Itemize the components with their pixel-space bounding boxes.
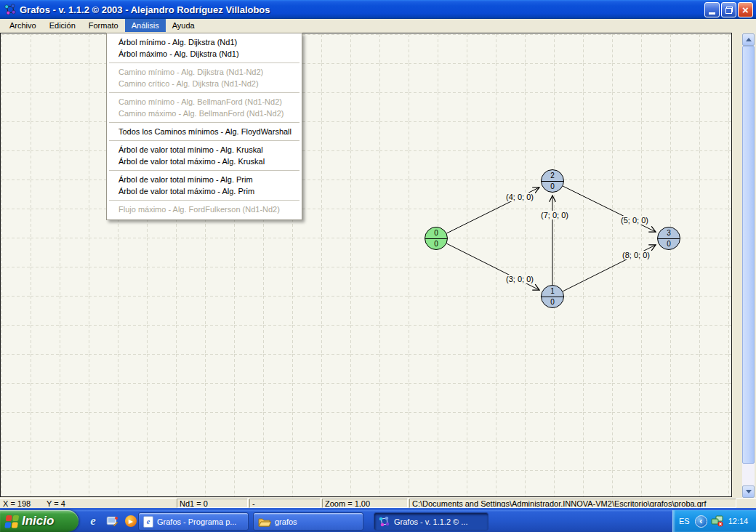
status-y-coordinate: Y = 4: [47, 499, 65, 508]
menu-separator: [109, 170, 299, 171]
system-tray: ES ‹ 12:14: [672, 510, 756, 532]
node-id: 1: [542, 286, 563, 297]
folder-icon: [258, 517, 271, 527]
taskbar-button-label: Grafos - v. 1.1.2 © ...: [394, 517, 467, 526]
language-indicator[interactable]: ES: [679, 517, 690, 525]
menu-separator: [109, 122, 299, 123]
scrollbar-thumb[interactable]: [742, 46, 755, 464]
clock[interactable]: 12:14: [728, 517, 749, 525]
edge-label-2-3: (5; 0; 0): [619, 216, 650, 225]
scroll-down-button[interactable]: [742, 485, 755, 498]
scroll-up-button[interactable]: [742, 33, 755, 46]
menu-separator: [109, 63, 299, 63]
menu-analisis[interactable]: Análisis: [125, 19, 166, 32]
close-icon: ×: [742, 4, 749, 15]
menu-item-camino-maximo-bellmanford: Camino máximo - Alg. BellmanFord (Nd1-Nd…: [108, 108, 301, 119]
node-id: 2: [542, 170, 563, 181]
close-button[interactable]: ×: [738, 2, 753, 17]
taskbar: Inicio e ▶ e Grafos - Programa p...: [0, 510, 756, 532]
arrow-up-icon: [746, 38, 752, 41]
menu-archivo[interactable]: Archivo: [3, 19, 43, 32]
menu-item-arbol-maximo-prim[interactable]: Árbol de valor total máximo - Alg. Prim: [108, 185, 301, 197]
taskbar-button-label: Grafos - Programa p...: [157, 517, 236, 526]
status-nd1: Nd1 = 0: [177, 499, 248, 508]
arrow-down-icon: [746, 490, 752, 493]
grafos-app-icon: [379, 516, 390, 528]
edge-label-0-2: (4; 0; 0): [504, 193, 535, 201]
html-document-icon: e: [143, 516, 153, 528]
grafos-app-icon: [4, 4, 17, 16]
menu-item-todos-caminos-floydwarshall[interactable]: Todos los Caminos mínimos - Alg. FloydWa…: [108, 126, 301, 137]
hide-icons-chevron[interactable]: ‹: [695, 515, 707, 528]
menu-separator: [109, 200, 299, 201]
menu-item-arbol-minimo-dijkstra[interactable]: Árbol mínimo - Alg. Dijkstra (Nd1): [108, 36, 301, 48]
start-button[interactable]: Inicio: [0, 510, 79, 532]
taskbar-button-grafos-app[interactable]: Grafos - v. 1.1.2 © ...: [374, 512, 488, 531]
menu-item-flujo-maximo-fordfulkerson: Flujo máximo - Alg. FordFulkerson (Nd1-N…: [108, 203, 301, 215]
media-player-icon[interactable]: ▶: [124, 514, 138, 528]
minimize-icon: [709, 12, 715, 15]
taskbar-button-grafos-folder[interactable]: grafos: [253, 512, 363, 531]
restore-icon: [725, 7, 733, 14]
menu-formato[interactable]: Formato: [82, 19, 125, 32]
menu-item-arbol-maximo-dijkstra[interactable]: Árbol máximo - Alg. Dijkstra (Nd1): [108, 48, 301, 60]
menu-item-camino-critico-dijkstra: Camino crítico - Alg. Dijkstra (Nd1-Nd2): [108, 78, 301, 89]
menu-separator: [109, 140, 299, 141]
edge-label-0-1: (3; 0; 0): [504, 275, 535, 283]
restore-button[interactable]: [721, 2, 736, 17]
node-id: 0: [425, 227, 447, 238]
menu-edicion[interactable]: Edición: [43, 19, 82, 32]
menu-separator: [109, 92, 299, 93]
status-file-path: C:\Documents and Settings\Administrador.…: [409, 499, 736, 508]
status-nd2: -: [249, 499, 321, 508]
minimize-button[interactable]: [704, 2, 720, 17]
start-button-label: Inicio: [22, 514, 54, 528]
windows-logo-icon: [4, 514, 19, 528]
menu-ayuda[interactable]: Ayuda: [166, 19, 201, 32]
internet-explorer-icon[interactable]: e: [86, 514, 100, 528]
title-bar: Grafos - v. 1.1.2 © 2003 - Alejandro Rod…: [0, 0, 756, 19]
status-bar: X = 198 Y = 4 Nd1 = 0 - Zoom = 1,00 C:\D…: [0, 498, 756, 508]
edge-label-1-2: (7; 0; 0): [539, 211, 570, 219]
analysis-dropdown-menu: Árbol mínimo - Alg. Dijkstra (Nd1) Árbol…: [106, 33, 302, 220]
node-id: 3: [658, 227, 680, 238]
taskbar-button-label: grafos: [275, 517, 297, 526]
edge-label-1-3: (8; 0; 0): [621, 251, 651, 259]
status-x-coordinate: X = 198: [3, 499, 31, 508]
graph-node-0[interactable]: 0 0: [425, 227, 448, 250]
network-disconnected-icon[interactable]: [711, 515, 724, 527]
menu-item-arbol-minimo-kruskal[interactable]: Árbol de valor total mínimo - Alg. Krusk…: [108, 144, 301, 156]
desktop-screen: Grafos - v. 1.1.2 © 2003 - Alejandro Rod…: [0, 0, 756, 532]
graph-node-2[interactable]: 2 0: [541, 169, 564, 193]
graph-node-1[interactable]: 1 0: [541, 285, 564, 308]
status-zoom: Zoom = 1,00: [322, 499, 408, 508]
vertical-scrollbar[interactable]: [742, 33, 755, 498]
menu-item-arbol-minimo-prim[interactable]: Árbol de valor total mínimo - Alg. Prim: [108, 174, 301, 185]
window-title: Grafos - v. 1.1.2 © 2003 - Alejandro Rod…: [20, 4, 270, 15]
menu-item-camino-minimo-bellmanford: Camino mínimo - Alg. BellmanFord (Nd1-Nd…: [108, 96, 301, 108]
show-desktop-icon[interactable]: [105, 514, 119, 528]
menu-item-camino-minimo-dijkstra: Camino mínimo - Alg. Dijkstra (Nd1-Nd2): [108, 66, 301, 78]
graph-node-3[interactable]: 3 0: [657, 227, 680, 250]
menu-item-arbol-maximo-kruskal[interactable]: Árbol de valor total máximo - Alg. Krusk…: [108, 156, 301, 167]
taskbar-button-grafos-web[interactable]: e Grafos - Programa p...: [138, 512, 249, 531]
menu-bar: Archivo Edición Formato Análisis Ayuda: [0, 19, 756, 32]
